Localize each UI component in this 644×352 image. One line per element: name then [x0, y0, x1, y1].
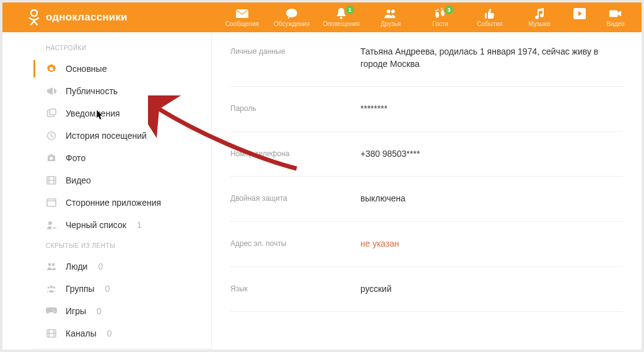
sidebar-section-settings: НАСТРОЙКИ	[33, 38, 211, 58]
sidebar-item-people[interactable]: Люди 0	[33, 255, 211, 278]
svg-point-4	[386, 9, 390, 13]
site-name: одноклассники	[46, 11, 128, 24]
groups-icon	[46, 283, 57, 294]
gear-icon	[46, 63, 57, 74]
field-value: русский	[360, 283, 391, 296]
svg-point-5	[391, 9, 395, 13]
envelope-icon	[235, 8, 249, 19]
nav-music[interactable]: Музыка	[520, 8, 559, 27]
sidebar-item-groups[interactable]: Группы 0	[33, 278, 211, 300]
field-value: +380 98503****	[360, 148, 420, 161]
svg-point-22	[50, 286, 53, 288]
sidebar-item-label: Публичность	[66, 86, 118, 96]
svg-point-20	[48, 263, 51, 266]
sidebar-item-video[interactable]: Видео	[33, 169, 211, 191]
svg-point-3	[340, 17, 342, 19]
sidebar-item-photo[interactable]: Фото	[33, 147, 211, 169]
sidebar-item-label: Люди	[66, 262, 87, 271]
sidebar-item-count: 0	[97, 306, 102, 316]
svg-point-2	[286, 9, 297, 17]
film-icon	[46, 328, 57, 339]
svg-point-21	[52, 263, 55, 266]
nav-notifications[interactable]: 1 Оповещения	[322, 8, 360, 27]
site-logo[interactable]: одноклассники	[27, 9, 128, 25]
people-icon	[46, 261, 57, 272]
sidebar-item-notifications[interactable]: Уведомления	[33, 102, 211, 125]
nav-video-top[interactable]	[570, 8, 590, 27]
nav-events[interactable]: События	[471, 8, 509, 27]
svg-rect-13	[609, 10, 618, 17]
sidebar-item-count: 0	[107, 328, 112, 338]
sidebar-item-count: 0	[98, 262, 103, 271]
svg-point-9	[437, 9, 439, 11]
megaphone-icon	[46, 86, 57, 97]
film-icon	[46, 175, 57, 186]
svg-point-8	[435, 9, 437, 11]
play-square-icon	[573, 8, 586, 19]
sidebar-item-general[interactable]: Основные	[33, 58, 211, 80]
popup-icon	[46, 108, 57, 119]
svg-point-6	[435, 12, 439, 18]
sidebar-item-label: Каналы	[66, 328, 97, 338]
sidebar-item-label: Черный список	[66, 220, 126, 230]
window-icon	[46, 197, 57, 208]
notifications-badge: 1	[346, 6, 354, 14]
topbar: одноклассники Сообщения Обсуждения 1	[2, 2, 642, 32]
sidebar-item-blacklist[interactable]: Черный список 1	[33, 214, 211, 236]
sidebar-item-thirdparty[interactable]: Сторонние приложения	[33, 191, 211, 214]
sidebar-item-channels[interactable]: Каналы 0	[33, 322, 211, 345]
settings-content: Личные данные Татьяна Андреева, родилась…	[212, 32, 642, 350]
ok-logo-icon	[27, 9, 41, 25]
sidebar-item-publicity[interactable]: Публичность	[33, 80, 211, 102]
sidebar-item-label: История посещений	[66, 131, 147, 141]
field-value: Татьяна Андреева, родилась 1 января 1974…	[360, 46, 608, 70]
svg-point-24	[53, 286, 56, 289]
svg-point-10	[441, 7, 443, 9]
field-label: Двойная защита	[230, 193, 360, 205]
music-icon	[533, 8, 546, 19]
row-2fa[interactable]: Двойная защита выключена	[230, 177, 623, 222]
field-value: выключена	[360, 193, 406, 205]
nav-discussions[interactable]: Обсуждения	[272, 8, 311, 27]
gamepad-icon	[46, 306, 57, 317]
sidebar-item-label: Сторонние приложения	[66, 198, 161, 208]
camera-photo-icon	[46, 152, 57, 164]
svg-rect-18	[47, 199, 56, 206]
row-personal[interactable]: Личные данные Татьяна Андреева, родилась…	[230, 37, 623, 87]
row-password[interactable]: Пароль ********	[230, 87, 623, 132]
settings-sidebar: НАСТРОЙКИ Основные Публичность Уведомлен…	[33, 32, 212, 350]
guests-badge: 3	[445, 6, 453, 14]
nav-friends[interactable]: Друзья	[372, 8, 410, 27]
nav-video[interactable]: Видео	[601, 8, 630, 27]
field-value: ********	[360, 103, 388, 115]
nav-messages[interactable]: Сообщения	[223, 8, 261, 27]
camera-icon	[609, 8, 622, 19]
sidebar-item-label: Фото	[66, 153, 85, 163]
row-phone[interactable]: Номер телефона +380 98503****	[230, 132, 623, 177]
field-label: Адрес эл. почты	[230, 238, 360, 250]
sidebar-item-count: 0	[105, 284, 110, 294]
chat-icon	[285, 8, 298, 19]
nav-guests[interactable]: 3 Гости	[421, 8, 459, 27]
sidebar-item-label: Видео	[66, 175, 91, 185]
sidebar-item-label: Уведомления	[66, 108, 120, 118]
svg-rect-15	[50, 109, 56, 115]
sidebar-item-history[interactable]: История посещений	[33, 125, 211, 147]
sidebar-section-hidden: СКРЫТЫЕ ИЗ ЛЕНТЫ	[33, 236, 211, 255]
svg-rect-1	[236, 9, 248, 18]
field-label: Язык	[230, 283, 360, 296]
top-nav: Сообщения Обсуждения 1 Оповещения Друзь	[223, 8, 630, 27]
sidebar-item-games[interactable]: Игры 0	[33, 300, 211, 322]
field-label: Пароль	[230, 103, 360, 115]
sidebar-item-count: 1	[137, 220, 142, 230]
sidebar-item-label: Группы	[66, 284, 95, 294]
friends-icon	[384, 8, 398, 19]
svg-point-23	[48, 286, 50, 289]
svg-point-0	[31, 10, 37, 16]
thumbs-up-icon	[483, 8, 497, 19]
field-value: не указан	[360, 238, 399, 250]
history-icon	[46, 130, 57, 141]
row-language[interactable]: Язык русский	[230, 267, 623, 312]
svg-point-19	[48, 221, 52, 225]
row-email[interactable]: Адрес эл. почты не указан	[230, 222, 623, 267]
